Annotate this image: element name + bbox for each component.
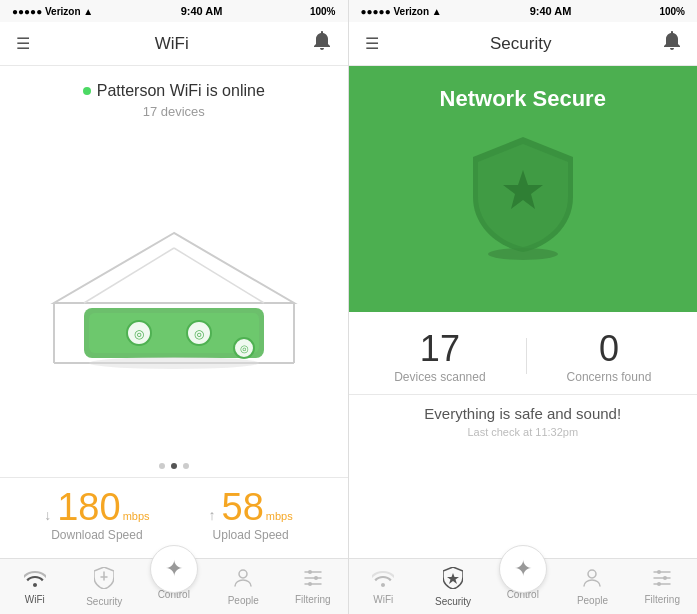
people-tab-icon-right [582, 568, 602, 593]
tab-bar-left: WiFi Security ✦ Control [0, 558, 348, 614]
status-bar-left: ●●●●● Verizon ▲ 9:40 AM 100% [0, 0, 348, 22]
tab-control-left[interactable]: ✦ Control [139, 559, 209, 614]
status-bar-right: ●●●●● Verizon ▲ 9:40 AM 100% [349, 0, 698, 22]
wifi-online-text: Patterson WiFi is online [83, 82, 265, 100]
stats-row: 17 Devices scanned 0 Concerns found [349, 312, 698, 394]
concerns-found-value: 0 [599, 328, 619, 370]
carousel-dots [159, 463, 189, 469]
svg-rect-30 [663, 576, 667, 580]
safe-message: Everything is safe and sound! [424, 405, 621, 422]
time-right: 9:40 AM [530, 5, 572, 17]
wifi-name: Patterson WiFi is online [97, 82, 265, 100]
people-tab-icon-left [233, 568, 253, 593]
tab-filtering-label-left: Filtering [295, 594, 331, 605]
svg-point-15 [239, 570, 247, 578]
online-indicator [83, 87, 91, 95]
svg-rect-31 [657, 582, 661, 586]
upload-unit: mbps [266, 510, 293, 522]
svg-marker-24 [447, 573, 459, 584]
filtering-tab-icon-right [652, 569, 672, 592]
control-circle-right: ✦ [499, 545, 547, 593]
tab-security-label-right: Security [435, 596, 471, 607]
concerns-found-stat: 0 Concerns found [567, 328, 652, 384]
time-left: 9:40 AM [181, 5, 223, 17]
control-tab-icon-right: ✦ [514, 556, 532, 582]
devices-scanned-stat: 17 Devices scanned [394, 328, 485, 384]
tab-filtering-label-right: Filtering [644, 594, 680, 605]
svg-text:◎: ◎ [194, 327, 204, 341]
security-panel: ●●●●● Verizon ▲ 9:40 AM 100% ☰ Security … [349, 0, 698, 614]
svg-point-25 [588, 570, 596, 578]
page-title-left: WiFi [155, 34, 189, 54]
svg-rect-29 [657, 570, 661, 574]
tab-security-label-left: Security [86, 596, 122, 607]
download-speed: ↓ 180 mbps Download Speed [20, 488, 174, 542]
download-value: 180 [57, 488, 120, 526]
security-tab-icon-right [443, 567, 463, 594]
download-arrow: ↓ [44, 507, 51, 523]
concerns-found-label: Concerns found [567, 370, 652, 384]
router-illustration: ◎ ◎ ◎ [0, 127, 348, 459]
tab-security-right[interactable]: Security [418, 559, 488, 614]
dot-1 [159, 463, 165, 469]
dot-2 [171, 463, 177, 469]
app-header-left: ☰ WiFi [0, 22, 348, 66]
security-tab-icon-left [94, 567, 114, 594]
svg-line-5 [174, 248, 264, 303]
tab-bar-right: WiFi Security ✦ Control [349, 558, 698, 614]
wifi-tab-icon-right [372, 569, 394, 592]
device-count: 17 devices [143, 104, 205, 119]
devices-scanned-label: Devices scanned [394, 370, 485, 384]
svg-rect-21 [308, 582, 312, 586]
devices-scanned-value: 17 [420, 328, 460, 370]
menu-icon-left[interactable]: ☰ [16, 34, 30, 53]
battery-left: 100% [310, 6, 336, 17]
security-shield [463, 132, 583, 262]
last-check: Last check at 11:32pm [467, 426, 578, 438]
upload-label: Upload Speed [213, 528, 289, 542]
tab-people-label-right: People [577, 595, 608, 606]
control-tab-icon-left: ✦ [165, 556, 183, 582]
svg-rect-20 [314, 576, 318, 580]
network-secure-title: Network Secure [440, 86, 606, 112]
bell-icon-left[interactable] [313, 31, 331, 56]
tab-people-right[interactable]: People [558, 559, 628, 614]
tab-wifi-left[interactable]: WiFi [0, 559, 70, 614]
svg-text:◎: ◎ [239, 343, 248, 354]
svg-text:◎: ◎ [134, 327, 144, 341]
svg-rect-19 [308, 570, 312, 574]
carrier-right: ●●●●● Verizon ▲ [361, 6, 442, 17]
tab-people-label-left: People [228, 595, 259, 606]
download-label: Download Speed [51, 528, 142, 542]
wifi-content: Patterson WiFi is online 17 devices [0, 66, 348, 477]
svg-line-4 [84, 248, 174, 303]
tab-filtering-right[interactable]: Filtering [627, 559, 697, 614]
carrier-left: ●●●●● Verizon ▲ [12, 6, 93, 17]
control-circle-left: ✦ [150, 545, 198, 593]
wifi-panel: ●●●●● Verizon ▲ 9:40 AM 100% ☰ WiFi Patt… [0, 0, 349, 614]
upload-speed: ↑ 58 mbps Upload Speed [174, 488, 328, 542]
svg-point-14 [89, 357, 259, 369]
tab-filtering-left[interactable]: Filtering [278, 559, 348, 614]
bell-icon-right[interactable] [663, 31, 681, 56]
tab-people-left[interactable]: People [209, 559, 279, 614]
upload-arrow: ↑ [209, 507, 216, 523]
tab-wifi-right[interactable]: WiFi [349, 559, 419, 614]
filtering-tab-icon-left [303, 569, 323, 592]
stats-divider [526, 338, 527, 374]
dot-3 [183, 463, 189, 469]
app-header-right: ☰ Security [349, 22, 698, 66]
security-green-area: Network Secure [349, 66, 698, 312]
battery-right: 100% [659, 6, 685, 17]
download-unit: mbps [123, 510, 150, 522]
tab-security-left[interactable]: Security [70, 559, 140, 614]
svg-marker-0 [54, 233, 294, 303]
page-title-right: Security [490, 34, 551, 54]
menu-icon-right[interactable]: ☰ [365, 34, 379, 53]
upload-value: 58 [222, 488, 264, 526]
security-bottom: Everything is safe and sound! Last check… [349, 394, 698, 442]
tab-wifi-label-left: WiFi [25, 594, 45, 605]
tab-control-right[interactable]: ✦ Control [488, 559, 558, 614]
tab-wifi-label-right: WiFi [373, 594, 393, 605]
wifi-status: Patterson WiFi is online 17 devices [83, 66, 265, 127]
